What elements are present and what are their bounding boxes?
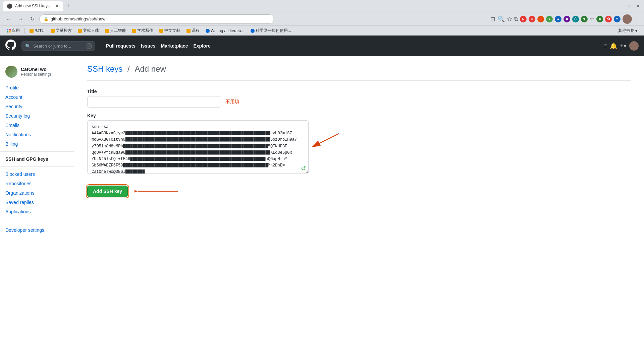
- bookmark-bjtu-label: BJTU: [35, 28, 45, 33]
- sidebar-avatar: [5, 66, 17, 78]
- bookmark-separator-2: [296, 28, 296, 34]
- ext-icon-1[interactable]: N: [520, 16, 527, 22]
- key-textarea[interactable]: ssh-rsa AAAAB3NzaC1yc2██████████████████…: [87, 120, 309, 174]
- ext-icon-3[interactable]: 🔖: [537, 16, 544, 22]
- bookmark-chinese-lit-label: 中文文献: [164, 28, 180, 33]
- bell-icon[interactable]: 🔔: [610, 42, 617, 50]
- refresh-icon[interactable]: ↺: [301, 165, 306, 172]
- sidebar-item-security[interactable]: Security: [0, 102, 74, 111]
- lock-icon: 🔒: [44, 17, 49, 21]
- ext-icon-8[interactable]: ▼: [581, 16, 588, 22]
- bookmark-star-icon[interactable]: ☆: [507, 15, 512, 23]
- address-bar[interactable]: 🔒 github.com/settings/ssh/new: [39, 14, 274, 24]
- plus-icon[interactable]: +▾: [620, 42, 627, 50]
- nav-explore[interactable]: Explore: [193, 43, 210, 49]
- bookmark-separator: [24, 28, 25, 34]
- sidebar-nav: Profile Account Security Security log Em…: [0, 83, 74, 216]
- user-avatar-browser[interactable]: [623, 14, 632, 24]
- ext-icon-10[interactable]: ✿: [605, 16, 612, 22]
- favorites-icon[interactable]: ☆: [590, 16, 594, 22]
- sidebar-item-developer-settings[interactable]: Developer settings: [5, 227, 44, 233]
- bookmark-apps[interactable]: 应用: [4, 27, 22, 34]
- tab-title: Add new SSH keys: [15, 4, 52, 8]
- bookmark-course[interactable]: 课程: [184, 27, 202, 34]
- bookmark-course-label: 课程: [192, 28, 200, 33]
- sidebar-item-saved-replies[interactable]: Saved replies: [0, 198, 74, 207]
- new-tab-button[interactable]: +: [66, 1, 72, 11]
- search-icon: 🔍: [25, 44, 31, 49]
- sidebar-item-billing[interactable]: Billing: [0, 139, 74, 149]
- sidebar-item-ssh-gpg[interactable]: SSH and GPG keys: [0, 154, 74, 164]
- breadcrumb-separator: /: [127, 64, 132, 73]
- window-maximize-button[interactable]: □: [627, 3, 633, 9]
- sidebar-item-security-log[interactable]: Security log: [0, 111, 74, 121]
- ext-icon-2[interactable]: ◈: [529, 16, 535, 22]
- key-form-group: Key ssh-rsa AAAAB3NzaC1yc2██████████████…: [87, 113, 631, 175]
- sidebar-item-emails[interactable]: Emails: [0, 121, 74, 130]
- sidebar-divider-3: [0, 222, 74, 222]
- bookmark-lit-download-label: 文献下载: [83, 28, 99, 33]
- bookmark-literature-search[interactable]: 文献检索: [48, 27, 74, 34]
- bookmark-chinese-lit[interactable]: 中文文献: [157, 27, 183, 34]
- url-text: github.com/settings/ssh/new: [51, 16, 270, 21]
- tab-close-button[interactable]: ✕: [55, 3, 59, 9]
- title-form-group: Title 不用填: [87, 89, 631, 108]
- back-button[interactable]: ←: [4, 15, 13, 23]
- nav-marketplace[interactable]: Marketplace: [161, 43, 188, 49]
- bookmark-other[interactable]: 其他书签 ▾: [615, 27, 640, 34]
- github-favicon: ⚫: [7, 3, 12, 9]
- bookmark-writing-lit[interactable]: Writing a Literatu...: [203, 28, 247, 34]
- search-box[interactable]: 🔍 Search or jump to... /: [21, 41, 95, 51]
- sidebar-item-account[interactable]: Account: [0, 92, 74, 102]
- search-shortcut: /: [87, 43, 92, 49]
- sidebar-item-organizations[interactable]: Organizations: [0, 188, 74, 198]
- nav-issues[interactable]: Issues: [141, 43, 156, 49]
- user-avatar-header[interactable]: [629, 41, 639, 51]
- main-layout: CatOneTwo Personal settings Profile Acco…: [0, 56, 644, 345]
- bookmark-sci-net[interactable]: 科学网—如何使用...: [248, 27, 294, 34]
- hamburger-icon[interactable]: ≡: [604, 43, 607, 50]
- add-ssh-key-button[interactable]: Add SSH key: [87, 186, 128, 197]
- ext-icon-11[interactable]: ≡: [614, 16, 621, 22]
- search-placeholder: Search or jump to...: [33, 44, 84, 49]
- github-logo[interactable]: [5, 40, 16, 52]
- btn-row: Add SSH key: [87, 186, 181, 197]
- title-input[interactable]: [87, 96, 221, 108]
- bookmark-academic-writing[interactable]: 学术写作: [129, 27, 156, 34]
- translate-icon[interactable]: ⊡: [490, 15, 495, 23]
- arrow-annotation-key: [309, 130, 342, 150]
- sidebar-item-profile[interactable]: Profile: [0, 83, 74, 92]
- window-minimize-button[interactable]: ─: [619, 3, 626, 9]
- page-breadcrumb: SSH keys / Add new: [87, 64, 631, 74]
- bookmark-literature-download[interactable]: 文献下载: [75, 27, 102, 34]
- browser-tab[interactable]: ⚫ Add new SSH keys ✕: [3, 1, 63, 11]
- chevron-icon: ▾: [635, 28, 637, 33]
- sidebar-item-blocked-users[interactable]: Blocked users: [0, 169, 74, 179]
- bookmark-bjtu[interactable]: BJTU: [27, 28, 47, 34]
- key-label: Key: [87, 113, 631, 118]
- refresh-button[interactable]: ↻: [28, 14, 37, 23]
- extensions-icon[interactable]: ⧉: [514, 16, 518, 22]
- ext-icon-7[interactable]: ⬡: [572, 16, 579, 22]
- svg-line-1: [312, 134, 339, 147]
- ext-icon-4[interactable]: ●: [546, 16, 553, 22]
- window-close-button[interactable]: ✕: [634, 3, 641, 9]
- browser-menu-icon[interactable]: ⋮: [634, 15, 640, 23]
- nav-pull-requests[interactable]: Pull requests: [106, 43, 136, 49]
- ext-icon-9[interactable]: ■: [596, 16, 603, 22]
- sidebar-item-applications[interactable]: Applications: [0, 207, 74, 216]
- search-icon[interactable]: 🔍: [497, 15, 505, 23]
- sidebar-item-notifications[interactable]: Notifications: [0, 130, 74, 139]
- sidebar-user-label: Personal settings: [21, 72, 52, 77]
- bookmark-academic-writing-label: 学术写作: [137, 28, 153, 33]
- breadcrumb-current: Add new: [135, 64, 166, 73]
- sidebar-item-repositories[interactable]: Repositories: [0, 179, 74, 188]
- bookmark-other-label: 其他书签: [618, 28, 634, 33]
- bookmark-sci-net-label: 科学网—如何使用...: [256, 28, 291, 33]
- breadcrumb-ssh-keys-link[interactable]: SSH keys: [87, 64, 122, 73]
- ext-icon-5[interactable]: ●: [555, 16, 561, 22]
- sidebar-user-section: CatOneTwo Personal settings: [0, 63, 74, 83]
- forward-button[interactable]: →: [16, 15, 25, 23]
- bookmark-ai[interactable]: 人工智能: [102, 27, 129, 34]
- ext-icon-6[interactable]: ◆: [564, 16, 570, 22]
